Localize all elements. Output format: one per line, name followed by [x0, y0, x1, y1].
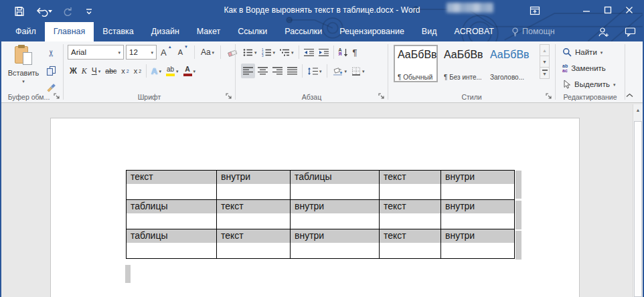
table-cell[interactable]: внутри: [441, 200, 515, 229]
table-cell[interactable]: внутри: [217, 171, 291, 200]
styles-gallery-scroll: ▲ ▼ ▼: [540, 45, 550, 79]
justify-button[interactable]: [285, 64, 299, 78]
sort-button[interactable]: АЯ: [337, 45, 350, 60]
table-cell[interactable]: внутри: [291, 229, 380, 259]
scrollbar-up-arrow-icon[interactable]: ▲: [633, 104, 643, 116]
table-row: таблицы текст внутри текст внутри: [127, 229, 515, 259]
table-cell[interactable]: текст: [380, 171, 441, 200]
subscript-button[interactable]: x2: [119, 64, 131, 78]
style-card-heading1[interactable]: АаБбВв Заголово...: [486, 45, 530, 82]
tab-references[interactable]: Ссылки: [229, 22, 276, 41]
lightbulb-icon: [511, 27, 519, 37]
replace-button[interactable]: ab ac Заменить: [562, 62, 616, 75]
table-cell[interactable]: таблицы: [127, 200, 217, 229]
multilevel-list-icon: [280, 48, 290, 57]
font-size-combobox[interactable]: 12▾: [126, 45, 157, 60]
vertical-scrollbar[interactable]: ▲: [633, 104, 643, 297]
ribbon: Вставить ▾ ✂: [1, 41, 643, 103]
scrollbar-thumb[interactable]: [634, 121, 642, 297]
styles-scroll-down-icon[interactable]: ▼: [540, 56, 550, 68]
font-dialog-launcher-icon[interactable]: [225, 92, 233, 100]
italic-button[interactable]: К: [80, 64, 89, 78]
ribbon-display-options-icon[interactable]: [525, 1, 545, 20]
table-cell[interactable]: внутри: [441, 229, 515, 259]
line-spacing-icon: [307, 67, 318, 76]
shrink-font-button[interactable]: А▼: [176, 45, 190, 60]
bullets-button[interactable]: ▾: [241, 45, 259, 60]
tab-home[interactable]: Главная: [45, 22, 94, 41]
group-clipboard: Вставить ▾ ✂: [1, 41, 63, 102]
group-styles: АаБбВв ¶ Обычный АаБбВв ¶ Без инте... Аа…: [388, 41, 555, 102]
document-table: текст внутри таблицы текст внутри таблиц…: [126, 170, 515, 259]
clipboard-dialog-launcher-icon[interactable]: [53, 92, 61, 100]
grow-font-button[interactable]: А▲: [159, 45, 174, 60]
table-cell[interactable]: текст: [127, 171, 217, 200]
find-button[interactable]: Найти▾: [562, 45, 616, 59]
font-group-label: Шрифт: [64, 93, 235, 101]
increase-indent-button[interactable]: [317, 45, 331, 60]
styles-dialog-launcher-icon[interactable]: [545, 92, 553, 100]
justify-icon: [287, 67, 297, 75]
style-card-normal[interactable]: АаБбВв ¶ Обычный: [394, 45, 438, 82]
copy-button[interactable]: [43, 63, 59, 78]
shading-button[interactable]: ▾: [330, 64, 349, 78]
paint-bucket-icon: [332, 67, 343, 76]
decrease-indent-button[interactable]: [302, 45, 316, 60]
styles-gallery: АаБбВв ¶ Обычный АаБбВв ¶ Без инте... Аа…: [394, 45, 530, 82]
styles-expand-gallery-icon[interactable]: ▼: [540, 67, 550, 79]
paragraph-dialog-launcher-icon[interactable]: [378, 92, 386, 100]
change-case-button[interactable]: Aa▾: [199, 45, 216, 60]
align-left-button[interactable]: [241, 64, 255, 78]
numbered-list-icon: 123: [262, 48, 272, 57]
select-button[interactable]: Выделить▾: [562, 78, 616, 91]
tab-view[interactable]: Вид: [413, 22, 446, 41]
bold-button[interactable]: Ж: [68, 64, 79, 78]
cut-button[interactable]: ✂: [43, 45, 59, 60]
font-color-button[interactable]: А ▾: [181, 64, 198, 78]
share-person-icon[interactable]: [598, 27, 610, 37]
show-paragraph-marks-button[interactable]: ¶: [351, 45, 359, 60]
increase-indent-icon: [319, 48, 329, 57]
comment-icon[interactable]: [625, 27, 636, 37]
close-button[interactable]: [619, 0, 640, 20]
font-name-combobox[interactable]: Arial▾: [68, 45, 124, 60]
minimize-button[interactable]: [576, 0, 597, 20]
collapse-ribbon-icon[interactable]: [624, 90, 635, 100]
document-page[interactable]: текст внутри таблицы текст внутри таблиц…: [50, 118, 580, 297]
table-cell[interactable]: внутри: [291, 200, 380, 229]
table-cell[interactable]: текст: [217, 229, 291, 259]
paste-button[interactable]: Вставить ▾: [7, 45, 40, 94]
tab-mailings[interactable]: Рассылки: [276, 22, 331, 41]
tab-tell-me[interactable]: Помощн: [503, 22, 564, 41]
table-cell[interactable]: таблицы: [291, 171, 380, 200]
multilevel-list-button[interactable]: ▾: [278, 45, 296, 60]
superscript-button[interactable]: x2: [132, 64, 143, 78]
text-effects-button[interactable]: А▾: [149, 64, 163, 78]
styles-scroll-up-icon[interactable]: ▲: [540, 44, 550, 56]
borders-button[interactable]: ▾: [349, 64, 367, 78]
table-cell[interactable]: текст: [217, 200, 291, 229]
table-cell[interactable]: внутри: [441, 171, 515, 200]
tab-layout[interactable]: Макет: [188, 22, 229, 41]
tab-design[interactable]: Дизайн: [143, 22, 188, 41]
style-card-no-spacing[interactable]: АаБбВв ¶ Без инте...: [440, 45, 484, 82]
tab-acrobat[interactable]: ACROBAT: [445, 22, 503, 41]
underline-button[interactable]: Ч▾: [90, 64, 103, 78]
align-center-button[interactable]: [256, 64, 270, 78]
highlight-color-button[interactable]: ab ▾: [164, 64, 181, 78]
align-right-icon: [272, 67, 283, 75]
table-cell[interactable]: таблицы: [127, 229, 217, 259]
line-spacing-button[interactable]: ▾: [305, 64, 324, 78]
table-cell[interactable]: текст: [380, 229, 441, 259]
numbering-button[interactable]: 123 ▾: [260, 45, 278, 60]
align-right-button[interactable]: [270, 64, 285, 78]
format-painter-icon: [46, 83, 56, 93]
tab-insert[interactable]: Вставка: [94, 22, 142, 41]
strikethrough-button[interactable]: abc: [103, 64, 118, 78]
tab-review[interactable]: Рецензирование: [331, 22, 413, 41]
group-font: Arial▾ 12▾ А▲ А▼ Aa▾: [64, 41, 235, 102]
maximize-button[interactable]: [597, 0, 619, 20]
highlight-icon: ab: [166, 66, 175, 76]
table-cell[interactable]: текст: [380, 200, 441, 229]
tab-file[interactable]: Файл: [7, 22, 45, 41]
